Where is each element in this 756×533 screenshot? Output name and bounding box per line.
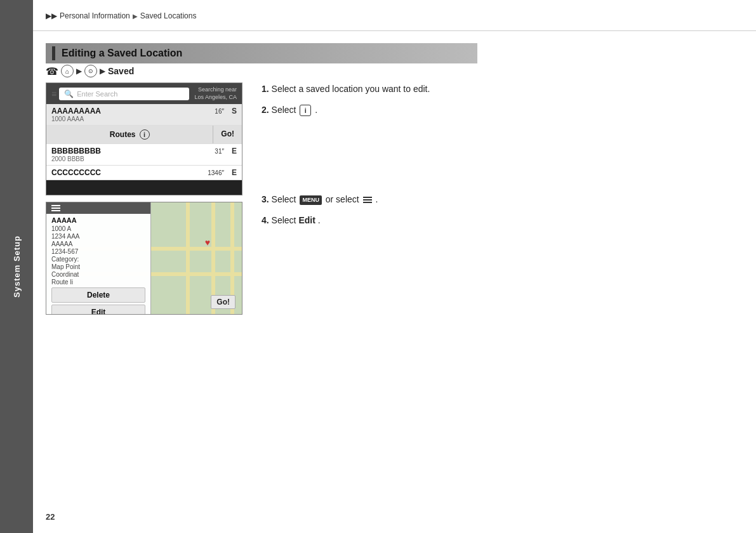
info-icon: i <box>140 129 150 140</box>
nav-arrow2: ▶ <box>100 67 105 76</box>
item2-dist: 31″ <box>215 148 224 155</box>
map-marker-heart: ♥ <box>205 237 210 247</box>
list-item-2[interactable]: BBBBBBBBB 2000 BBBB 31″ E <box>46 144 242 166</box>
section-bar <box>52 46 55 60</box>
step1-number: 1. <box>262 84 269 94</box>
hamburger-inline-icon <box>363 197 372 203</box>
step3-prefix: Select <box>272 194 299 204</box>
info-icon-inline: i <box>300 105 311 116</box>
routes-button[interactable]: Routes i <box>46 126 213 143</box>
instructions-panel: 1. Select a saved location you want to e… <box>262 82 515 235</box>
home-icon: ⌂ <box>61 65 74 77</box>
map-go-button[interactable]: Go! <box>211 295 235 309</box>
step2-number: 2. <box>262 105 269 115</box>
item3-dist: 1346″ <box>208 169 224 176</box>
item1-addr: 1000 AAAA <box>51 115 237 122</box>
sidebar-label: System Setup <box>12 235 22 298</box>
item2-letter: E <box>232 147 237 155</box>
breadcrumb: ▶▶ Personal Information ▶ Saved Location… <box>46 11 196 20</box>
item2-addr: 2000 BBBB <box>51 155 237 162</box>
popup-addr4: 1234-567 <box>51 248 145 255</box>
step3-middle: or select <box>326 194 362 204</box>
popup-route-info: Route li <box>51 279 145 286</box>
search-placeholder: Enter Search <box>77 90 117 98</box>
step4-suffix: . <box>318 215 321 225</box>
popup-header <box>46 202 150 214</box>
search-icon: 🔍 <box>64 89 74 98</box>
item3-letter: E <box>232 168 237 177</box>
phone-icon: ☎ <box>46 65 58 77</box>
nav-icons-row: ☎ ⌂ ▶ ⊙ ▶ Saved <box>46 65 134 77</box>
routes-go-row: Routes i Go! <box>46 126 242 144</box>
step4-prefix: Select <box>272 215 299 225</box>
step-1: 1. Select a saved location you want to e… <box>262 82 515 96</box>
popup-coordinate: Coordinat <box>51 271 145 278</box>
step-4: 4. Select Edit . <box>262 214 515 227</box>
go-button[interactable]: Go! <box>213 126 242 143</box>
sidebar: System Setup <box>0 0 33 533</box>
item1-letter: S <box>232 107 237 115</box>
step-2: 2. Select i . <box>262 103 515 117</box>
step3-suffix: . <box>375 194 378 204</box>
screen-top: ≡ 🔍 Enter Search Searching near Los Ange… <box>46 82 242 195</box>
popup-category: Category: <box>51 256 145 263</box>
hamburger-top-icon: ≡ <box>51 89 56 99</box>
step4-edit: Edit <box>298 215 315 225</box>
breadcrumb-arrows: ▶▶ <box>46 11 57 20</box>
step2-suffix: . <box>315 105 317 115</box>
top-divider <box>33 30 756 31</box>
screen-top-list: AAAAAAAAA 1000 AAAA 16″ S Routes i Go! <box>46 104 242 180</box>
item2-name: BBBBBBBBB <box>51 147 237 155</box>
screen-bottom: ♥ AAAAA 1000 A 1234 AAA AAAAA 1234-567 C… <box>46 202 242 315</box>
popup-panel: AAAAA 1000 A 1234 AAA AAAAA 1234-567 Cat… <box>46 202 151 314</box>
section-header: Editing a Saved Location <box>46 43 477 63</box>
nav-saved-label: Saved <box>108 66 134 76</box>
hamburger-icon <box>51 205 60 211</box>
step2-prefix: Select <box>272 105 299 115</box>
page-number: 22 <box>46 512 55 522</box>
breadcrumb-arrow2: ▶ <box>133 13 138 20</box>
map-road-v1 <box>186 202 190 314</box>
breadcrumb-item1: Personal Information <box>60 11 130 20</box>
step1-text: Select a saved location you want to edit… <box>272 84 430 94</box>
edit-button[interactable]: Edit <box>51 305 145 315</box>
breadcrumb-item2: Saved Locations <box>140 11 197 20</box>
screen-top-header: ≡ 🔍 Enter Search Searching near Los Ange… <box>46 83 242 104</box>
step3-number: 3. <box>262 194 269 204</box>
screenshots-panel: ≡ 🔍 Enter Search Searching near Los Ange… <box>46 82 242 315</box>
item1-name: AAAAAAAAA <box>51 107 237 115</box>
list-item-3[interactable]: CCCCCCCCC 1346″ E <box>46 166 242 180</box>
nav-arrow1: ▶ <box>76 67 82 76</box>
search-near-text: Searching near Los Angeles, CA <box>194 86 237 101</box>
step-3: 3. Select MENU or select . <box>262 193 515 206</box>
delete-button[interactable]: Delete <box>51 287 145 303</box>
item1-dist: 16″ <box>215 108 224 115</box>
popup-addr3: AAAAA <box>51 240 145 247</box>
popup-map-point: Map Point <box>51 263 145 270</box>
routes-label: Routes <box>110 130 136 139</box>
section-title: Editing a Saved Location <box>62 48 182 59</box>
popup-addr1: 1000 A <box>51 225 145 232</box>
menu-badge-icon: MENU <box>300 195 322 206</box>
main-content: ▶▶ Personal Information ▶ Saved Location… <box>33 0 756 533</box>
list-item-1[interactable]: AAAAAAAAA 1000 AAAA 16″ S <box>46 104 242 126</box>
go-label: Go! <box>221 129 234 138</box>
popup-location-name: AAAAA <box>51 216 145 224</box>
menu-circle-icon: ⊙ <box>84 65 97 77</box>
search-bar[interactable]: 🔍 Enter Search <box>59 88 189 100</box>
popup-addr2: 1234 AAA <box>51 233 145 240</box>
step4-number: 4. <box>262 215 269 225</box>
